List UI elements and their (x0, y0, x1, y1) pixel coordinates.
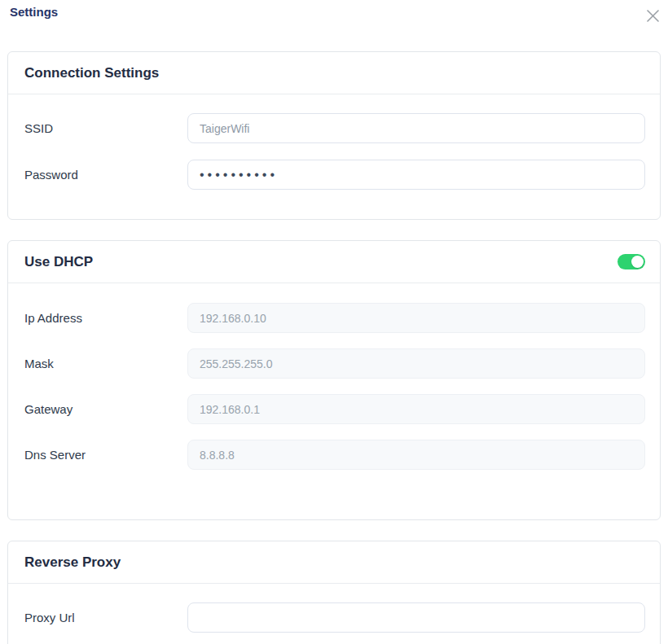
reverse-proxy-card: Reverse Proxy Proxy Url (7, 541, 661, 644)
connection-settings-body: SSID Password (8, 94, 660, 219)
field-row-password: Password (24, 160, 645, 190)
proxy-url-input[interactable] (187, 602, 645, 633)
field-row-mask: Mask (24, 348, 645, 379)
toggle-knob (631, 256, 644, 268)
gateway-label: Gateway (24, 402, 187, 416)
ssid-input[interactable] (187, 113, 645, 143)
dhcp-body: Ip Address Mask Gateway Dns Server (8, 283, 660, 519)
close-icon[interactable] (644, 7, 661, 24)
reverse-proxy-title: Reverse Proxy (24, 554, 121, 571)
password-input[interactable] (187, 160, 645, 190)
field-row-gateway: Gateway (24, 394, 645, 424)
mask-input (187, 348, 645, 379)
dhcp-card: Use DHCP Ip Address Mask Gateway Dns Ser… (7, 240, 661, 520)
connection-settings-title: Connection Settings (24, 64, 159, 81)
connection-settings-header: Connection Settings (8, 52, 660, 94)
mask-label: Mask (24, 357, 187, 370)
dhcp-header: Use DHCP (8, 241, 660, 283)
field-row-ip-address: Ip Address (24, 303, 645, 333)
dns-server-label: Dns Server (24, 448, 187, 462)
reverse-proxy-header: Reverse Proxy (8, 541, 660, 584)
settings-page: Settings Connection Settings SSID Passwo… (0, 0, 668, 644)
gateway-input (187, 394, 645, 424)
field-row-ssid: SSID (24, 113, 645, 143)
connection-settings-card: Connection Settings SSID Password (7, 51, 661, 220)
ip-address-input (187, 303, 645, 333)
use-dhcp-toggle[interactable] (617, 254, 645, 269)
dhcp-title: Use DHCP (24, 253, 93, 270)
field-row-proxy-url: Proxy Url (24, 602, 645, 633)
proxy-url-label: Proxy Url (24, 611, 187, 624)
reverse-proxy-body: Proxy Url (8, 584, 660, 644)
page-title: Settings (10, 5, 58, 20)
password-label: Password (24, 168, 187, 182)
ssid-label: SSID (24, 121, 187, 135)
page-header: Settings (0, 0, 668, 24)
field-row-dns-server: Dns Server (24, 440, 645, 470)
dns-server-input (187, 440, 645, 470)
ip-address-label: Ip Address (24, 311, 187, 325)
